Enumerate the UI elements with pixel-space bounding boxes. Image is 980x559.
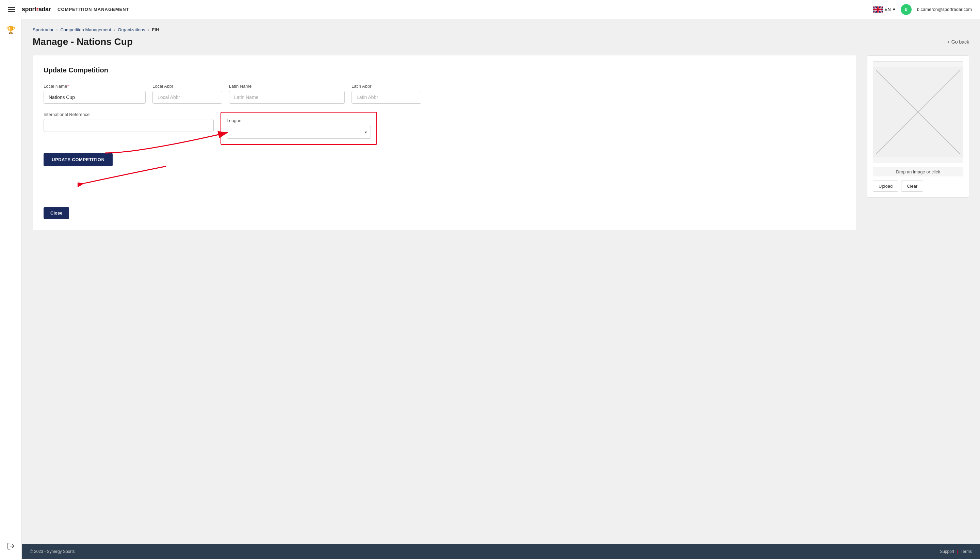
clear-button[interactable]: Clear — [901, 180, 923, 192]
local-name-input[interactable] — [43, 91, 146, 104]
league-group: League ▾ — [221, 112, 377, 145]
close-section: Close — [43, 207, 845, 219]
latin-abbr-input[interactable] — [352, 91, 421, 104]
form-row-names: Local Name* Local Abbr Latin Name — [43, 84, 845, 104]
support-link[interactable]: Support — [940, 549, 954, 554]
arrow-annotation-2 — [78, 163, 180, 190]
drop-text: Drop an image or click — [873, 167, 963, 177]
logo: sportradar — [22, 6, 51, 13]
main-wrapper: Sportradar › Competition Management › Or… — [22, 19, 980, 559]
intl-ref-input[interactable] — [43, 119, 214, 132]
image-panel: Drop an image or click Upload Clear — [867, 55, 969, 198]
header-left: sportradar COMPETITION MANAGEMENT — [8, 6, 129, 13]
arrow-2-section — [43, 180, 845, 200]
update-competition-button[interactable]: UPDATE COMPETITION — [43, 153, 113, 166]
breadcrumb-fih: FIH — [152, 27, 159, 32]
intl-ref-group: International Reference — [43, 112, 214, 132]
close-button[interactable]: Close — [43, 207, 69, 219]
breadcrumb-sep-2: › — [114, 28, 115, 32]
local-name-group: Local Name* — [43, 84, 146, 104]
logout-icon — [7, 542, 15, 550]
update-button-section: UPDATE COMPETITION — [43, 153, 845, 166]
footer-links: Support | Terms — [940, 549, 972, 554]
breadcrumb-sep-1: › — [56, 28, 58, 32]
go-back-button[interactable]: ‹ Go back — [948, 39, 969, 45]
page-header: Manage - Nations Cup ‹ Go back — [33, 36, 969, 47]
local-abbr-group: Local Abbr — [153, 84, 222, 104]
menu-button[interactable] — [8, 7, 15, 12]
go-back-label: Go back — [952, 39, 969, 45]
form-row-ref-league: International Reference League ▾ — [43, 112, 845, 145]
lang-chevron: ▾ — [893, 7, 895, 12]
league-select[interactable] — [227, 126, 371, 139]
sidebar: 🏆 — [0, 19, 22, 559]
image-drop-area[interactable] — [873, 61, 963, 163]
user-email: b.cameron@sportradar.com — [917, 7, 972, 12]
form-area: Update Competition Local Name* Local Abb… — [33, 55, 856, 230]
image-placeholder-svg — [873, 61, 963, 163]
page-title: Manage - Nations Cup — [33, 36, 133, 47]
user-avatar: b — [901, 4, 912, 15]
form-section: Update Competition Local Name* Local Abb… — [33, 55, 856, 230]
latin-abbr-label: Latin Abbr — [352, 84, 421, 89]
local-abbr-label: Local Abbr — [153, 84, 222, 89]
footer: © 2023 - Synergy Sports Support | Terms — [22, 544, 980, 559]
lang-code: EN — [885, 7, 891, 12]
league-select-wrapper: ▾ — [227, 126, 371, 139]
logout-button[interactable] — [7, 542, 15, 552]
flag-icon — [873, 7, 883, 13]
breadcrumb-organizations[interactable]: Organizations — [118, 27, 145, 32]
app-title: COMPETITION MANAGEMENT — [58, 7, 129, 12]
footer-copyright: © 2023 - Synergy Sports — [30, 549, 75, 554]
section-title: Update Competition — [43, 66, 845, 74]
latin-name-label: Latin Name — [229, 84, 345, 89]
language-selector[interactable]: EN ▾ — [873, 7, 895, 13]
local-abbr-input[interactable] — [153, 91, 222, 104]
breadcrumb-sportradar[interactable]: Sportradar — [33, 27, 53, 32]
image-buttons: Upload Clear — [873, 180, 963, 192]
local-name-label: Local Name* — [43, 84, 146, 89]
intl-ref-label: International Reference — [43, 112, 214, 117]
breadcrumb: Sportradar › Competition Management › Or… — [33, 27, 969, 32]
main-content: Sportradar › Competition Management › Or… — [22, 19, 980, 544]
breadcrumb-competition-mgmt[interactable]: Competition Management — [60, 27, 111, 32]
breadcrumb-sep-3: › — [148, 28, 149, 32]
svg-rect-8 — [873, 9, 883, 10]
terms-link[interactable]: Terms — [961, 549, 972, 554]
go-back-chevron: ‹ — [948, 39, 949, 45]
latin-name-group: Latin Name — [229, 84, 345, 104]
content-layout: Update Competition Local Name* Local Abb… — [33, 55, 969, 230]
header: sportradar COMPETITION MANAGEMENT EN ▾ b — [0, 0, 980, 19]
latin-abbr-group: Latin Abbr — [352, 84, 421, 104]
upload-button[interactable]: Upload — [873, 180, 898, 192]
header-right: EN ▾ b b.cameron@sportradar.com — [873, 4, 972, 15]
sidebar-item-competitions[interactable]: 🏆 — [6, 26, 15, 35]
latin-name-input[interactable] — [229, 91, 345, 104]
league-label: League — [227, 118, 371, 123]
footer-separator: | — [957, 549, 958, 554]
